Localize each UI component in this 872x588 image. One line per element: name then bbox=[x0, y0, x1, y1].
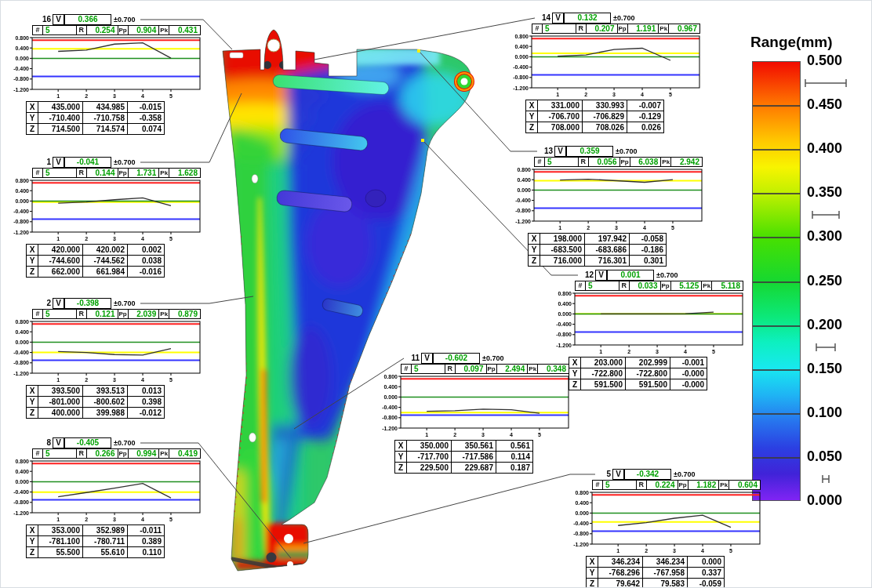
svg-text:1: 1 bbox=[56, 377, 60, 383]
svg-text:-0.400: -0.400 bbox=[13, 350, 29, 355]
svg-text:1: 1 bbox=[56, 517, 60, 522]
ppk-value: 2.942 bbox=[671, 158, 702, 166]
colorbar-tick-label: 0.050 bbox=[807, 448, 842, 465]
svg-text:2: 2 bbox=[645, 548, 648, 554]
range-value: 0.097 bbox=[456, 365, 487, 373]
count-icon: # bbox=[33, 169, 43, 177]
table-row-y: Y -781.100 -780.711 0.389 bbox=[27, 536, 165, 547]
ppk-icon: Pk bbox=[159, 310, 169, 318]
svg-text:-0.800: -0.800 bbox=[13, 360, 29, 365]
v-label: V bbox=[612, 469, 624, 480]
colorbar-tick-label: 0.100 bbox=[807, 405, 842, 421]
stats-row: # 5 R 0.121 Pp 2.039 Pk 0.879 bbox=[32, 309, 201, 319]
measurement-callout[interactable]: 14 V 0.132 ±0.700 # 5 R 0.207 Pp 1.191 P… bbox=[507, 12, 710, 133]
svg-text:3: 3 bbox=[481, 432, 485, 437]
table-row-x: X 420.000 420.002 0.002 bbox=[27, 245, 165, 256]
callout-header: 5 V -0.342 ±0.700 bbox=[595, 468, 771, 480]
svg-text:-0.400: -0.400 bbox=[556, 321, 572, 327]
point-id: 13 bbox=[537, 147, 553, 155]
table-row-y: Y -717.700 -717.586 0.114 bbox=[395, 452, 533, 463]
colorbar-gradient bbox=[752, 61, 801, 501]
deviation-value: 0.359 bbox=[566, 146, 613, 157]
colorbar-section-divider bbox=[753, 413, 800, 415]
callout-header: 12 V 0.001 ±0.700 bbox=[578, 269, 754, 281]
table-row-y: Y -706.700 -706.829 -0.129 bbox=[526, 111, 664, 122]
range-icon: R bbox=[637, 481, 647, 489]
table-row-x: X 198.000 197.942 -0.058 bbox=[529, 234, 667, 245]
count-icon: # bbox=[33, 449, 43, 458]
deviation-value: -0.398 bbox=[64, 298, 111, 309]
svg-text:4: 4 bbox=[643, 225, 646, 230]
svg-text:3: 3 bbox=[656, 349, 659, 354]
svg-text:0.000: 0.000 bbox=[575, 510, 589, 516]
colorbar-section-divider bbox=[753, 105, 800, 107]
range-value: 0.144 bbox=[87, 169, 118, 177]
svg-text:1: 1 bbox=[599, 349, 602, 354]
svg-text:0.800: 0.800 bbox=[15, 459, 29, 464]
svg-text:0.800: 0.800 bbox=[15, 320, 29, 325]
svg-text:0.400: 0.400 bbox=[558, 301, 572, 307]
measurement-callout[interactable]: 12 V 0.001 ±0.700 # 5 R 0.033 Pp 5.125 P… bbox=[550, 269, 754, 390]
v-label: V bbox=[552, 13, 564, 24]
measurement-callout[interactable]: 1 V -0.041 ±0.700 # 5 R 0.144 Pp 1.731 P… bbox=[7, 156, 211, 278]
svg-text:0.000: 0.000 bbox=[15, 56, 29, 61]
colorbar-tick-label: 0.250 bbox=[807, 273, 842, 289]
coordinate-table: X 346.234 346.234 0.000 Y -768.296 -767.… bbox=[586, 556, 725, 588]
svg-text:0.400: 0.400 bbox=[15, 469, 29, 474]
table-row-y: Y -710.400 -710.758 -0.358 bbox=[27, 113, 165, 124]
trend-chart: 0.8000.4000.000-0.400-0.800-1.20012345 bbox=[507, 34, 707, 99]
colorbar-section-divider bbox=[753, 193, 800, 194]
stats-row: # 5 R 0.033 Pp 5.125 Pk 5.118 bbox=[575, 281, 743, 291]
sample-count: 5 bbox=[43, 169, 77, 177]
table-row-z: Z 400.000 399.988 -0.012 bbox=[27, 408, 165, 419]
svg-text:-0.800: -0.800 bbox=[382, 415, 398, 420]
sample-count: 5 bbox=[43, 310, 77, 318]
measurement-callout[interactable]: 16 V 0.366 ±0.700 # 5 R 0.254 Pp 0.904 P… bbox=[7, 13, 211, 135]
coordinate-table: X 435.000 434.985 -0.015 Y -710.400 -710… bbox=[26, 101, 165, 135]
ppk-value: 0.431 bbox=[169, 26, 200, 34]
measurement-callout[interactable]: 8 V -0.405 ±0.700 # 5 R 0.266 Pp 0.994 P… bbox=[7, 437, 211, 558]
measurement-callout[interactable]: 5 V -0.342 ±0.700 # 5 R 0.224 Pp 1.182 P… bbox=[567, 468, 771, 588]
table-row-z: Z 708.000 708.026 0.026 bbox=[526, 122, 664, 133]
range-value: 0.121 bbox=[87, 310, 118, 318]
measurement-callout[interactable]: 13 V 0.359 ±0.700 # 5 R 0.056 Pp 6.038 P… bbox=[509, 145, 713, 267]
svg-text:0.400: 0.400 bbox=[575, 500, 589, 506]
ppk-icon: Pk bbox=[719, 481, 729, 489]
svg-text:0.000: 0.000 bbox=[558, 311, 572, 317]
svg-text:4: 4 bbox=[684, 349, 687, 354]
pp-value: 0.904 bbox=[129, 26, 160, 34]
tolerance-value: ±0.700 bbox=[114, 439, 135, 447]
table-row-x: X 353.000 352.989 -0.011 bbox=[27, 525, 165, 536]
deviation-value: 0.132 bbox=[564, 13, 611, 24]
svg-text:5: 5 bbox=[169, 236, 173, 241]
svg-text:3: 3 bbox=[113, 377, 116, 383]
trend-chart: 0.8000.4000.000-0.400-0.800-1.20012345 bbox=[7, 179, 208, 243]
svg-text:2: 2 bbox=[85, 236, 88, 241]
point-id: 5 bbox=[595, 470, 611, 478]
svg-text:0.800: 0.800 bbox=[517, 168, 531, 172]
table-row-z: Z 229.500 229.687 0.187 bbox=[395, 463, 533, 474]
svg-text:0.400: 0.400 bbox=[15, 188, 29, 194]
svg-text:5: 5 bbox=[169, 93, 173, 99]
range-icon: R bbox=[576, 24, 587, 33]
svg-text:5: 5 bbox=[169, 377, 173, 383]
svg-text:-1.200: -1.200 bbox=[13, 371, 29, 376]
table-row-x: X 331.000 330.993 -0.007 bbox=[526, 100, 664, 111]
stats-row: # 5 R 0.266 Pp 0.994 Pk 0.419 bbox=[32, 448, 201, 459]
pp-value: 1.182 bbox=[689, 481, 720, 489]
measurement-callout[interactable]: 2 V -0.398 ±0.700 # 5 R 0.121 Pp 2.039 P… bbox=[7, 297, 211, 419]
pp-value: 5.125 bbox=[671, 281, 703, 290]
count-icon: # bbox=[576, 281, 586, 290]
svg-text:2: 2 bbox=[584, 92, 587, 97]
svg-text:-0.400: -0.400 bbox=[382, 405, 398, 410]
svg-text:-0.800: -0.800 bbox=[573, 531, 589, 536]
measurement-callout[interactable]: 11 V -0.602 ±0.700 # 5 R 0.097 Pp 2.494 … bbox=[376, 352, 580, 474]
sample-count: 5 bbox=[586, 281, 619, 290]
table-row-x: X 350.000 350.561 0.561 bbox=[395, 441, 533, 452]
callout-header: 1 V -0.041 ±0.700 bbox=[35, 156, 211, 168]
count-icon: # bbox=[401, 365, 412, 373]
ppk-value: 0.879 bbox=[169, 310, 200, 318]
tolerance-value: ±0.700 bbox=[114, 299, 135, 307]
svg-text:3: 3 bbox=[615, 225, 618, 230]
svg-text:0.800: 0.800 bbox=[575, 491, 589, 495]
